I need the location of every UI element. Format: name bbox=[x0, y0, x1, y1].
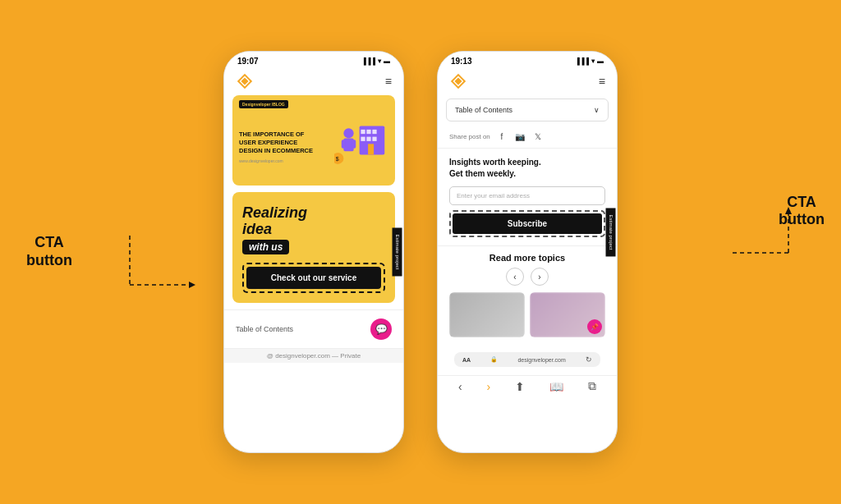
blog-title: THE IMPORTANCE OF USER EXPERIENCE DESIGN… bbox=[239, 131, 321, 154]
back-nav-icon[interactable]: ‹ bbox=[458, 380, 462, 393]
hamburger-icon-2[interactable]: ≡ bbox=[599, 75, 605, 88]
realizing-title: Realizing idea bbox=[242, 205, 385, 238]
blog-banner: Designveloper /BLOG THE IMPORTANCE OF US… bbox=[232, 95, 395, 186]
with-us-badge: with us bbox=[242, 240, 289, 254]
topic-card-2[interactable]: 📌 bbox=[530, 292, 605, 337]
chevron-down-icon: ∨ bbox=[594, 106, 600, 114]
url-bar: AA 🔒 designveloper.com ↻ bbox=[446, 349, 609, 370]
prev-arrow[interactable]: ‹ bbox=[506, 268, 524, 286]
svg-rect-7 bbox=[361, 130, 365, 134]
share-label: Share post on bbox=[449, 133, 490, 140]
phone1-header: ≡ bbox=[224, 67, 403, 95]
reload-icon[interactable]: ↻ bbox=[586, 355, 592, 364]
share-nav-icon[interactable]: ⬆ bbox=[515, 380, 525, 393]
share-row: Share post on f 📷 𝕏 bbox=[438, 125, 617, 149]
lock-icon: 🔒 bbox=[490, 356, 498, 363]
estimate-tab-2[interactable]: Estimate project bbox=[605, 208, 615, 256]
toc-dropdown-label: Table of Contents bbox=[455, 106, 512, 114]
logo-icon bbox=[236, 72, 254, 90]
realizing-card: Realizing idea with us Check out our ser… bbox=[232, 192, 395, 303]
phone2-nav-bar: ‹ › ⬆ 📖 ⧉ bbox=[438, 375, 617, 396]
svg-text:$: $ bbox=[336, 156, 339, 162]
svg-rect-8 bbox=[366, 130, 370, 134]
svg-rect-15 bbox=[343, 138, 353, 151]
blog-badge: Designveloper /BLOG bbox=[239, 100, 288, 108]
subscribe-section: Insights worth keeping. Get them weekly.… bbox=[438, 149, 617, 246]
phone-1: 19:07 ▐▐▐ ▾ ▬ ≡ Designveloper /BLOG THE … bbox=[223, 51, 404, 453]
url-aa: AA bbox=[462, 357, 471, 363]
email-placeholder: Enter your email address bbox=[457, 192, 598, 199]
toc-dropdown[interactable]: Table of Contents ∨ bbox=[446, 99, 609, 121]
left-arrow bbox=[89, 236, 200, 309]
phone1-bottom-bar: @ designveloper.com — Private bbox=[224, 348, 403, 363]
cta-label-right: CTA button bbox=[779, 194, 825, 229]
logo-icon-2 bbox=[449, 72, 467, 90]
svg-rect-9 bbox=[372, 130, 376, 134]
scene: CTA button 19:07 ▐▐▐ ▾ ▬ ≡ bbox=[0, 0, 841, 504]
phone1-time: 19:07 bbox=[237, 57, 259, 66]
bookmark-nav-icon[interactable]: 📖 bbox=[549, 380, 563, 393]
cta-button-dashed[interactable]: Check out our service bbox=[242, 263, 385, 293]
cta-label-left: CTA button bbox=[26, 234, 72, 269]
topic-card-1[interactable] bbox=[449, 292, 525, 337]
estimate-tab-1[interactable]: Estimate project bbox=[392, 227, 402, 276]
blog-illustration: $ bbox=[334, 108, 392, 173]
blog-url: www.designveloper.com bbox=[239, 158, 321, 163]
next-arrow[interactable]: › bbox=[531, 268, 549, 286]
forward-nav-icon[interactable]: › bbox=[487, 380, 491, 393]
svg-rect-12 bbox=[372, 137, 376, 141]
twitter-icon[interactable]: 𝕏 bbox=[531, 130, 545, 143]
svg-point-14 bbox=[343, 128, 353, 138]
phone2-status-icons: ▐▐▐ ▾ ▬ bbox=[575, 57, 604, 65]
svg-rect-11 bbox=[366, 137, 370, 141]
nav-arrows: ‹ › bbox=[449, 268, 605, 286]
facebook-icon[interactable]: f bbox=[495, 130, 508, 143]
phone1-status-bar: 19:07 ▐▐▐ ▾ ▬ bbox=[224, 52, 403, 67]
svg-rect-17 bbox=[352, 140, 356, 149]
read-more-title: Read more topics bbox=[449, 253, 605, 263]
phone2-status-bar: 19:13 ▐▐▐ ▾ ▬ bbox=[438, 52, 617, 67]
topic-card-pin-icon[interactable]: 📌 bbox=[587, 319, 602, 334]
subscribe-button-dashed[interactable]: Subscribe bbox=[449, 210, 605, 237]
phone1-status-icons: ▐▐▐ ▾ ▬ bbox=[361, 57, 390, 65]
cta-button[interactable]: Check out our service bbox=[246, 267, 381, 289]
svg-rect-10 bbox=[361, 137, 365, 141]
svg-rect-13 bbox=[368, 144, 374, 154]
svg-marker-2 bbox=[189, 282, 195, 288]
email-input[interactable]: Enter your email address bbox=[449, 186, 605, 205]
phone2-time: 19:13 bbox=[451, 57, 472, 66]
read-more-section: Read more topics ‹ › 📌 bbox=[438, 246, 617, 344]
tabs-nav-icon[interactable]: ⧉ bbox=[588, 379, 596, 393]
subscribe-title: Insights worth keeping. Get them weekly. bbox=[449, 157, 605, 180]
topic-cards: 📌 bbox=[449, 292, 605, 337]
toc-row: Table of Contents 💬 bbox=[224, 309, 403, 348]
url-text: designveloper.com bbox=[517, 357, 565, 363]
phone2-header: ≡ bbox=[438, 67, 617, 95]
toc-label: Table of Contents bbox=[236, 325, 293, 333]
instagram-icon[interactable]: 📷 bbox=[513, 130, 526, 143]
svg-rect-16 bbox=[342, 140, 345, 149]
subscribe-button[interactable]: Subscribe bbox=[453, 213, 602, 234]
phone-2: 19:13 ▐▐▐ ▾ ▬ ≡ Table of Contents ∨ Shar… bbox=[437, 51, 618, 453]
url-bar-inner[interactable]: AA 🔒 designveloper.com ↻ bbox=[454, 352, 600, 367]
hamburger-icon[interactable]: ≡ bbox=[385, 75, 392, 88]
chat-bubble-icon[interactable]: 💬 bbox=[370, 318, 392, 340]
